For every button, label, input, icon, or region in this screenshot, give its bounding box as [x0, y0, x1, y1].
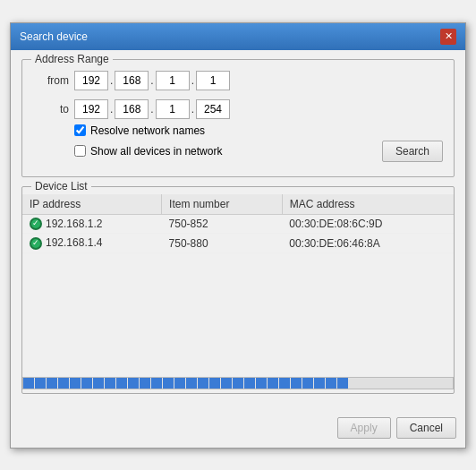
col-mac: MAC address	[282, 194, 454, 215]
progress-segment	[209, 378, 220, 389]
progress-bar-fill	[23, 378, 453, 389]
from-label: from	[33, 74, 69, 87]
to-octet-3[interactable]	[156, 99, 190, 119]
apply-button[interactable]: Apply	[337, 417, 391, 439]
resolve-checkbox[interactable]	[74, 124, 86, 136]
progress-segment	[58, 378, 69, 389]
cancel-button[interactable]: Cancel	[396, 417, 456, 439]
to-row: to . . .	[33, 96, 443, 119]
dot-3: .	[191, 74, 194, 87]
dot-2: .	[150, 74, 153, 87]
progress-segment	[81, 378, 92, 389]
device-list-group: Device List IP address Item number MAC a…	[21, 186, 455, 394]
from-row: from . . .	[33, 67, 443, 90]
progress-segment	[116, 378, 127, 389]
progress-segment	[233, 378, 243, 389]
progress-segment	[221, 378, 232, 389]
address-range-group: Address Range from . . . to . . .	[21, 59, 455, 177]
progress-segment	[70, 378, 81, 389]
table-row[interactable]: 192.168.1.4750-88000:30:DE:06:46:8A	[22, 234, 454, 253]
col-ip: IP address	[22, 194, 162, 215]
status-icon	[30, 218, 42, 230]
progress-segment	[291, 378, 302, 389]
progress-segment	[268, 378, 278, 389]
to-octet-1[interactable]	[74, 99, 108, 119]
cell-mac: 00:30:DE:08:6C:9D	[282, 214, 454, 234]
to-octet-4[interactable]	[196, 99, 230, 119]
device-table-body: 192.168.1.2750-85200:30:DE:08:6C:9D192.1…	[22, 214, 454, 253]
progress-segment	[47, 378, 57, 389]
device-list-title: Device List	[31, 180, 91, 192]
dot-1: .	[110, 74, 113, 87]
resolve-label: Resolve network names	[90, 124, 205, 137]
search-device-dialog: Search device ✕ Address Range from . . .…	[10, 22, 466, 449]
search-button[interactable]: Search	[382, 141, 443, 162]
progress-segment	[140, 378, 150, 389]
progress-segment	[163, 378, 174, 389]
progress-segment	[314, 378, 325, 389]
col-item: Item number	[162, 194, 283, 215]
from-octet-2[interactable]	[115, 71, 149, 90]
dot-6: .	[191, 103, 194, 115]
cell-ip: 192.168.1.2	[22, 214, 162, 234]
dialog-title: Search device	[20, 30, 88, 43]
from-octet-1[interactable]	[74, 71, 108, 90]
address-range-title: Address Range	[31, 53, 113, 65]
progress-segment	[174, 378, 185, 389]
to-label: to	[33, 103, 69, 115]
status-icon	[30, 237, 42, 250]
progress-segment	[198, 378, 208, 389]
dialog-footer: Apply Cancel	[11, 412, 465, 448]
cell-ip: 192.168.1.4	[22, 234, 162, 253]
progress-segment	[35, 378, 46, 389]
dialog-body: Address Range from . . . to . . .	[11, 50, 465, 412]
progress-segment	[244, 378, 255, 389]
progress-segment	[256, 378, 267, 389]
resolve-row: Resolve network names	[74, 124, 443, 137]
progress-bar-container	[22, 377, 454, 389]
show-all-label: Show all devices in network	[90, 145, 222, 158]
from-octet-4[interactable]	[196, 71, 230, 90]
progress-segment	[337, 378, 348, 389]
cell-item: 750-880	[162, 234, 283, 253]
to-octet-2[interactable]	[115, 99, 149, 119]
table-row[interactable]: 192.168.1.2750-85200:30:DE:08:6C:9D	[22, 214, 454, 234]
progress-segment	[93, 378, 104, 389]
progress-segment	[279, 378, 290, 389]
progress-segment	[151, 378, 162, 389]
show-all-checkbox[interactable]	[74, 145, 86, 157]
dot-5: .	[150, 103, 153, 115]
device-table-wrapper: IP address Item number MAC address 192.1…	[22, 194, 454, 373]
progress-segment	[302, 378, 313, 389]
progress-segment	[23, 378, 34, 389]
cell-item: 750-852	[162, 214, 283, 234]
cell-mac: 00:30:DE:06:46:8A	[282, 234, 454, 253]
show-all-left: Show all devices in network	[74, 145, 222, 158]
progress-segment	[128, 378, 139, 389]
table-header: IP address Item number MAC address	[22, 194, 454, 215]
progress-segment	[186, 378, 197, 389]
close-button[interactable]: ✕	[440, 29, 456, 45]
progress-segment	[326, 378, 336, 389]
dot-4: .	[110, 103, 113, 115]
from-octet-3[interactable]	[156, 71, 190, 90]
device-table: IP address Item number MAC address 192.1…	[22, 194, 454, 254]
title-bar: Search device ✕	[11, 23, 465, 50]
show-all-row: Show all devices in network Search	[74, 141, 443, 162]
progress-segment	[105, 378, 115, 389]
